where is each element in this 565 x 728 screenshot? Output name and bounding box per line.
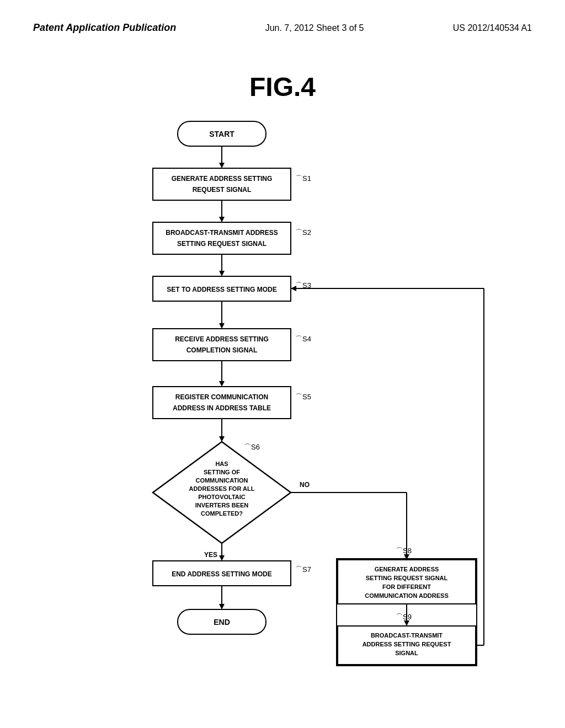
svg-text:⌒S4: ⌒S4	[295, 335, 311, 343]
svg-text:⌒S6: ⌒S6	[244, 443, 260, 451]
svg-marker-57	[404, 554, 409, 560]
svg-text:BROADCAST-TRANSMIT: BROADCAST-TRANSMIT	[371, 632, 443, 639]
page: Patent Application Publication Jun. 7, 2…	[0, 0, 565, 728]
svg-text:⌒S3: ⌒S3	[295, 281, 311, 290]
svg-marker-44	[219, 555, 225, 561]
svg-text:START: START	[209, 130, 234, 138]
svg-text:COMMUNICATION ADDRESS: COMMUNICATION ADDRESS	[365, 592, 449, 599]
svg-marker-75	[291, 286, 296, 291]
svg-marker-50	[219, 604, 225, 609]
header: Patent Application Publication Jun. 7, 2…	[0, 22, 565, 34]
svg-text:NO: NO	[300, 481, 310, 489]
svg-text:ADDRESS IN ADDRESS TABLE: ADDRESS IN ADDRESS TABLE	[173, 404, 271, 412]
svg-marker-9	[219, 217, 225, 222]
svg-text:REQUEST SIGNAL: REQUEST SIGNAL	[193, 186, 252, 194]
svg-rect-10	[153, 222, 291, 254]
svg-text:COMPLETION SIGNAL: COMPLETION SIGNAL	[186, 346, 258, 354]
svg-marker-33	[219, 436, 225, 442]
svg-marker-15	[219, 271, 225, 276]
svg-text:ADDRESSES FOR ALL: ADDRESSES FOR ALL	[189, 485, 255, 492]
date-sheet-label: Jun. 7, 2012 Sheet 3 of 5	[265, 23, 364, 33]
svg-text:ADDRESS SETTING REQUEST: ADDRESS SETTING REQUEST	[363, 641, 451, 647]
svg-text:GENERATE ADDRESS: GENERATE ADDRESS	[375, 566, 439, 572]
svg-rect-71	[337, 559, 477, 666]
svg-rect-46	[153, 561, 291, 586]
svg-rect-4	[153, 168, 291, 200]
svg-text:⌒S1: ⌒S1	[295, 174, 311, 183]
svg-text:COMMUNICATION: COMMUNICATION	[195, 477, 248, 484]
svg-rect-16	[153, 276, 291, 301]
svg-text:INVERTERS BEEN: INVERTERS BEEN	[195, 502, 249, 508]
svg-text:⌒S8: ⌒S8	[396, 547, 412, 555]
svg-text:PHOTOVOLTAIC: PHOTOVOLTAIC	[198, 494, 246, 500]
figure-title: FIG.4	[249, 72, 316, 102]
svg-text:SETTING REQUEST SIGNAL: SETTING REQUEST SIGNAL	[366, 575, 448, 581]
svg-text:END: END	[214, 618, 230, 627]
svg-marker-34	[153, 442, 291, 543]
svg-rect-59	[338, 560, 476, 604]
svg-text:RECEIVE ADDRESS SETTING: RECEIVE ADDRESS SETTING	[175, 335, 269, 343]
svg-text:SET TO ADDRESS SETTING MODE: SET TO ADDRESS SETTING MODE	[167, 286, 276, 293]
svg-rect-28	[153, 387, 291, 419]
svg-text:⌒S9: ⌒S9	[396, 613, 412, 621]
svg-marker-27	[219, 381, 225, 387]
svg-text:SIGNAL: SIGNAL	[395, 650, 418, 656]
svg-text:YES: YES	[204, 551, 217, 559]
svg-text:SETTING REQUEST SIGNAL: SETTING REQUEST SIGNAL	[177, 240, 266, 248]
svg-rect-51	[178, 609, 266, 634]
svg-marker-65	[404, 620, 409, 626]
svg-text:COMPLETED?: COMPLETED?	[201, 510, 243, 517]
svg-text:BROADCAST-TRANSMIT ADDRESS: BROADCAST-TRANSMIT ADDRESS	[166, 229, 278, 237]
patent-number-label: US 2012/140534 A1	[453, 23, 532, 33]
svg-text:SETTING OF: SETTING OF	[204, 469, 240, 475]
svg-marker-3	[219, 163, 225, 168]
svg-marker-20	[219, 323, 225, 329]
svg-text:FOR DIFFERENT: FOR DIFFERENT	[382, 584, 431, 590]
svg-text:⌒S7: ⌒S7	[295, 565, 311, 574]
svg-rect-22	[153, 329, 291, 361]
svg-rect-67	[338, 626, 476, 665]
svg-text:END ADDRESS SETTING MODE: END ADDRESS SETTING MODE	[172, 570, 272, 578]
svg-text:⌒S2: ⌒S2	[295, 228, 311, 237]
svg-text:⌒S5: ⌒S5	[295, 393, 311, 401]
svg-text:GENERATE ADDRESS SETTING: GENERATE ADDRESS SETTING	[172, 175, 273, 183]
publication-label: Patent Application Publication	[33, 22, 176, 34]
svg-text:HAS: HAS	[215, 461, 228, 467]
svg-rect-0	[178, 121, 266, 146]
svg-text:REGISTER COMMUNICATION: REGISTER COMMUNICATION	[175, 393, 268, 401]
flowchart: START GENERATE ADDRESS SETTING REQUEST S…	[67, 110, 498, 689]
